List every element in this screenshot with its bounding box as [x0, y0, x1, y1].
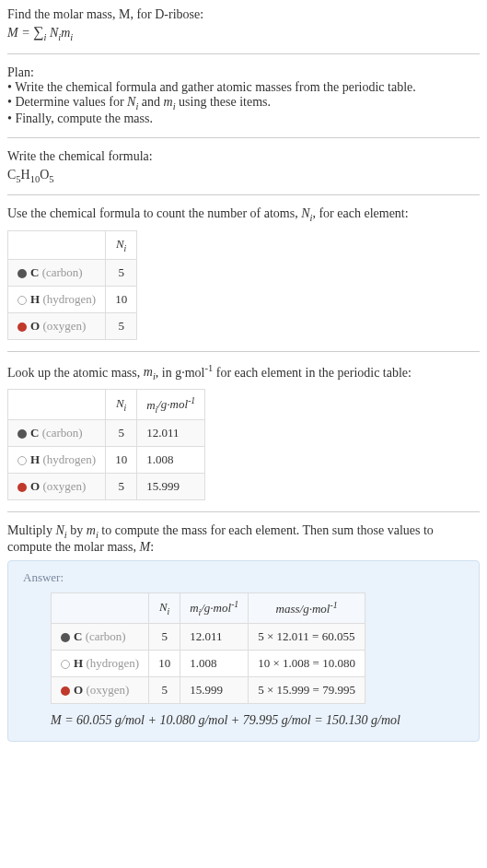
element-cell: O (oxygen)	[8, 312, 106, 339]
divider	[7, 351, 480, 352]
calc-value: 5 × 12.011 = 60.055	[249, 623, 365, 650]
count-title: Use the chemical formula to count the nu…	[7, 206, 480, 223]
table-row: H (hydrogen) 10 1.008 10 × 1.008 = 10.08…	[52, 650, 365, 676]
multiply-section: Multiply Ni by mi to compute the mass fo…	[7, 523, 480, 555]
n-value: 10	[106, 286, 137, 312]
element-symbol: C	[30, 426, 39, 440]
intro-formula: M = ∑i Nimi	[7, 24, 480, 42]
m-value: 15.999	[180, 676, 249, 703]
table-row: C (carbon) 5 12.011 5 × 12.011 = 60.055	[52, 623, 365, 650]
divider	[7, 194, 480, 195]
element-symbol: O	[30, 479, 40, 493]
multiply-title: Multiply Ni by mi to compute the mass fo…	[7, 523, 480, 555]
oxygen-dot-icon	[17, 323, 27, 332]
element-symbol: O	[74, 683, 83, 697]
element-symbol: C	[74, 629, 82, 643]
element-cell: O (oxygen)	[52, 676, 149, 703]
table-header-row: Ni	[8, 231, 137, 260]
mass-title: Look up the atomic mass, mi, in g·mol-1 …	[7, 363, 480, 381]
table-row: O (oxygen) 5 15.999 5 × 15.999 = 79.995	[52, 676, 365, 703]
intro-line1: Find the molar mass, M, for D-ribose:	[7, 7, 480, 22]
formula-title: Write the chemical formula:	[7, 149, 480, 164]
mass-header: mass/g·mol-1	[249, 592, 365, 623]
m-value: 12.011	[137, 420, 205, 447]
hydrogen-dot-icon	[17, 456, 27, 465]
n-value: 5	[106, 474, 137, 500]
empty-header	[8, 390, 106, 420]
element-name: (hydrogen)	[86, 656, 139, 670]
element-name: (hydrogen)	[42, 452, 96, 466]
calc-value: 5 × 15.999 = 79.995	[249, 676, 365, 703]
element-name: (oxygen)	[42, 319, 86, 333]
oxygen-dot-icon	[17, 483, 27, 492]
element-name: (carbon)	[42, 265, 83, 279]
answer-label: Answer:	[23, 570, 464, 585]
divider	[7, 53, 480, 54]
answer-box: Answer: Ni mi/g·mol-1 mass/g·mol-1 C (ca…	[7, 560, 480, 742]
carbon-dot-icon	[17, 429, 27, 439]
element-symbol: O	[30, 319, 40, 333]
empty-header	[8, 231, 106, 260]
table-row: H (hydrogen) 10	[8, 286, 137, 312]
plan-item: • Finally, compute the mass.	[7, 111, 480, 126]
n-value: 5	[149, 676, 180, 703]
empty-header	[52, 592, 149, 623]
formula-section: Write the chemical formula: C5H10O5	[7, 149, 480, 184]
carbon-dot-icon	[61, 633, 70, 642]
table-row: H (hydrogen) 10 1.008	[8, 447, 205, 474]
table-header-row: Ni mi/g·mol-1	[8, 390, 205, 420]
m-value: 12.011	[180, 623, 249, 650]
carbon-dot-icon	[17, 269, 27, 278]
chemical-formula: C5H10O5	[7, 168, 480, 184]
element-name: (oxygen)	[86, 683, 129, 697]
n-header: Ni	[149, 592, 180, 623]
n-header: Ni	[106, 390, 137, 420]
m-header: mi/g·mol-1	[180, 592, 249, 623]
mass-table: Ni mi/g·mol-1 C (carbon) 5 12.011 H (hyd…	[7, 389, 205, 500]
calc-value: 10 × 1.008 = 10.080	[249, 650, 365, 676]
element-name: (carbon)	[42, 426, 83, 440]
element-symbol: H	[74, 656, 83, 670]
divider	[7, 511, 480, 512]
element-symbol: H	[30, 452, 40, 466]
divider	[7, 137, 480, 138]
n-value: 5	[149, 623, 180, 650]
table-row: C (carbon) 5 12.011	[8, 420, 205, 447]
plan-title: Plan:	[7, 65, 480, 80]
plan-item: • Write the chemical formula and gather …	[7, 80, 480, 95]
m-value: 1.008	[180, 650, 249, 676]
final-result: M = 60.055 g/mol + 10.080 g/mol + 79.995…	[51, 713, 464, 728]
table-header-row: Ni mi/g·mol-1 mass/g·mol-1	[52, 592, 365, 623]
hydrogen-dot-icon	[61, 660, 70, 669]
element-cell: H (hydrogen)	[8, 447, 106, 474]
answer-table: Ni mi/g·mol-1 mass/g·mol-1 C (carbon) 5 …	[51, 592, 365, 704]
plan-item: • Determine values for Ni and mi using t…	[7, 95, 480, 111]
plan-section: Plan: • Write the chemical formula and g…	[7, 65, 480, 126]
table-row: O (oxygen) 5	[8, 312, 137, 339]
element-cell: H (hydrogen)	[52, 650, 149, 676]
n-value: 5	[106, 420, 137, 447]
n-value: 5	[106, 259, 137, 286]
count-table: Ni C (carbon) 5 H (hydrogen) 10 O (oxyge…	[7, 230, 137, 340]
hydrogen-dot-icon	[17, 296, 27, 305]
element-symbol: C	[30, 265, 39, 279]
element-cell: H (hydrogen)	[8, 286, 106, 312]
element-cell: O (oxygen)	[8, 474, 106, 500]
m-value: 15.999	[137, 474, 205, 500]
element-symbol: H	[30, 292, 40, 306]
count-section: Use the chemical formula to count the nu…	[7, 206, 480, 339]
m-header: mi/g·mol-1	[137, 390, 205, 420]
element-name: (oxygen)	[42, 479, 86, 493]
n-value: 5	[106, 312, 137, 339]
oxygen-dot-icon	[61, 686, 70, 696]
table-row: O (oxygen) 5 15.999	[8, 474, 205, 500]
mass-section: Look up the atomic mass, mi, in g·mol-1 …	[7, 363, 480, 500]
m-value: 1.008	[137, 447, 205, 474]
n-value: 10	[149, 650, 180, 676]
n-header: Ni	[106, 231, 137, 260]
n-value: 10	[106, 447, 137, 474]
element-cell: C (carbon)	[52, 623, 149, 650]
element-name: (carbon)	[86, 629, 126, 643]
element-name: (hydrogen)	[42, 292, 96, 306]
element-cell: C (carbon)	[8, 420, 106, 447]
